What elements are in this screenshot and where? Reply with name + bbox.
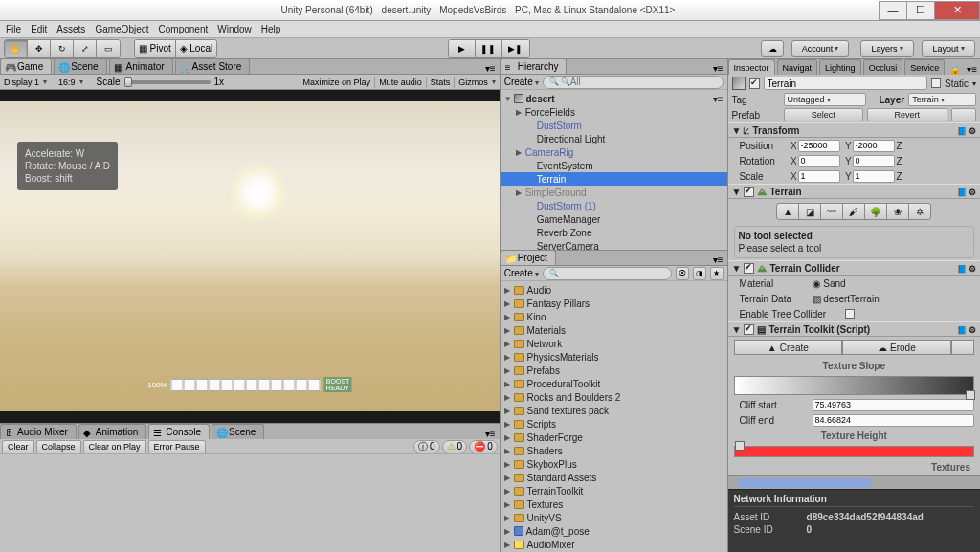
tab-scene2[interactable]: 🌐Scene [212,424,264,439]
active-checkbox[interactable] [749,78,760,89]
game-view[interactable]: Accelerate: W Rotate: Mouse / A D Boost:… [0,90,500,423]
project-create[interactable]: Create [504,268,539,278]
pivot-toggle[interactable]: ▦ Pivot [135,40,176,57]
help-icon[interactable] [957,263,967,274]
inspector-hscrollbar[interactable] [728,475,980,489]
terrain-raise-tool[interactable]: ▲ [776,203,799,220]
project-item[interactable]: ▶ SkyboxPlus [501,457,727,471]
cliff-start-field[interactable] [813,399,974,411]
console-clear-on-play[interactable]: Clear on Play [83,440,146,453]
hierarchy-item[interactable]: EventSystem [501,159,727,172]
hierarchy-item[interactable]: DustStorm [501,119,727,132]
hierarchy-item[interactable]: Directional Light [501,132,727,145]
project-item[interactable]: ▶ Network [501,337,727,350]
hierarchy-search[interactable]: 🔍All [543,76,724,89]
static-checkbox[interactable] [931,78,941,88]
transform-header[interactable]: ▼⟀Transform [728,122,980,138]
gear-icon[interactable] [969,263,976,274]
prefab-revert[interactable]: Revert [867,108,947,121]
step-button[interactable]: ▶❚ [502,40,529,57]
scene-menu-icon[interactable]: ▾≡ [713,94,724,104]
tab-menu-button[interactable]: ▾≡ [481,63,500,74]
tab-animator[interactable]: ▦Animator [109,58,173,74]
cliff-end-field[interactable] [813,414,974,427]
help-icon[interactable] [957,187,967,197]
layout-dropdown[interactable]: Layout [922,40,975,57]
tab-scene[interactable]: 🌐Scene [54,58,106,74]
toolkit-erode-button[interactable]: ☁Erode [842,340,951,355]
project-item[interactable]: ▶ Sand textures pack [501,404,727,417]
project-item[interactable]: ▶ Standard Assets [501,471,727,484]
stats-toggle[interactable]: Stats [431,77,451,87]
scl-y[interactable] [853,170,895,183]
terrain-paint-tool[interactable]: 🖌 [842,203,865,220]
project-item[interactable]: ▶ Scripts [501,417,727,431]
lock-icon[interactable]: 🔒 [947,64,964,75]
project-item[interactable]: ▶ Fantasy Pillars [501,297,727,310]
gameobject-name-field[interactable] [764,77,927,90]
project-item[interactable]: ▶ PhysicsMaterials [501,350,727,364]
tab-hierarchy[interactable]: ≡Hierarchy [501,58,568,74]
project-item[interactable]: ▶ AudioMixer [501,538,727,551]
layers-dropdown[interactable]: Layers [860,40,914,57]
pos-x[interactable] [798,140,840,152]
tab-menu-button[interactable]: ▾≡ [709,63,727,74]
tag-dropdown[interactable]: Untagged [784,93,867,106]
hierarchy-scene-root[interactable]: ▼ desert ▾≡ [501,92,727,105]
tab-menu-button[interactable]: ▾≡ [481,429,500,439]
aspect-dropdown[interactable]: 16:9 [58,77,83,87]
hierarchy-create[interactable]: Create [504,77,539,87]
texture-slope-gradient[interactable] [734,376,974,395]
scl-x[interactable] [798,170,840,183]
collider-enabled-checkbox[interactable] [744,263,754,274]
minimize-button[interactable]: — [879,1,907,20]
help-icon[interactable] [957,324,967,335]
tab-audio-mixer[interactable]: 🎚Audio Mixer [0,424,77,439]
menu-file[interactable]: File [6,24,21,34]
toolkit-enabled-checkbox[interactable] [744,324,754,335]
project-item[interactable]: ▶ Rocks and Boulders 2 [501,390,727,404]
project-item[interactable]: ▶ ShaderForge [501,431,727,444]
menu-help[interactable]: Help [261,24,281,34]
local-toggle[interactable]: ◈ Local [176,40,216,57]
project-item[interactable]: ▶ TerrainToolkit [501,484,727,497]
scale-slider[interactable] [124,80,211,84]
tab-menu-button[interactable]: ▾≡ [709,254,727,265]
project-item[interactable]: ▶ Shaders [501,444,727,457]
menu-assets[interactable]: Assets [56,24,85,34]
save-search-icon[interactable]: ★ [710,267,724,280]
hierarchy-item[interactable]: ▶SimpleGround [501,186,727,199]
console-collapse[interactable]: Collapse [36,440,81,453]
gear-icon[interactable] [969,187,976,197]
rot-x[interactable] [798,155,840,167]
terrain-toolkit-header[interactable]: ▼▤Terrain Toolkit (Script) [728,321,980,337]
cloud-button[interactable]: ☁ [761,40,784,57]
project-item[interactable]: ▶ Prefabs [501,364,727,377]
mute-toggle[interactable]: Mute audio [379,77,422,87]
project-item[interactable]: ▶ Materials [501,323,727,337]
toolkit-third-button[interactable] [951,340,974,355]
tab-menu-button[interactable]: ▾≡ [964,64,980,75]
filter-by-type-icon[interactable]: ⦿ [676,267,689,280]
terraindata-field[interactable]: ▧ desertTerrain [813,294,974,304]
console-clear[interactable]: Clear [2,440,34,453]
terrain-settings-tool[interactable]: ✲ [908,203,931,220]
tool-rotate[interactable]: ↻ [51,40,74,57]
menu-gameobject[interactable]: GameObject [95,24,148,34]
tab-animation[interactable]: ◆Animation [78,424,146,439]
texture-height-gradient[interactable] [734,446,974,457]
terrain-component-header[interactable]: ▼⛰Terrain [728,184,980,199]
terrain-trees-tool[interactable]: 🌳 [864,203,887,220]
project-item[interactable]: ▶ ProceduralToolkit [501,377,727,390]
display-dropdown[interactable]: Display 1 [4,77,47,87]
terrain-height-tool[interactable]: ◪ [798,203,821,220]
console-error-pause[interactable]: Error Pause [148,440,206,453]
tab-project[interactable]: 📁Project [501,250,556,265]
material-field[interactable]: ◉ Sand [813,278,974,289]
prefab-apply[interactable] [951,108,976,121]
console-warn-count[interactable]: ⚠0 [442,440,468,453]
tab-navigation[interactable]: Navigat [777,59,818,75]
tool-hand[interactable]: ✋ [5,40,28,57]
tab-inspector[interactable]: Inspector [728,59,775,75]
enabletree-checkbox[interactable] [845,309,855,319]
